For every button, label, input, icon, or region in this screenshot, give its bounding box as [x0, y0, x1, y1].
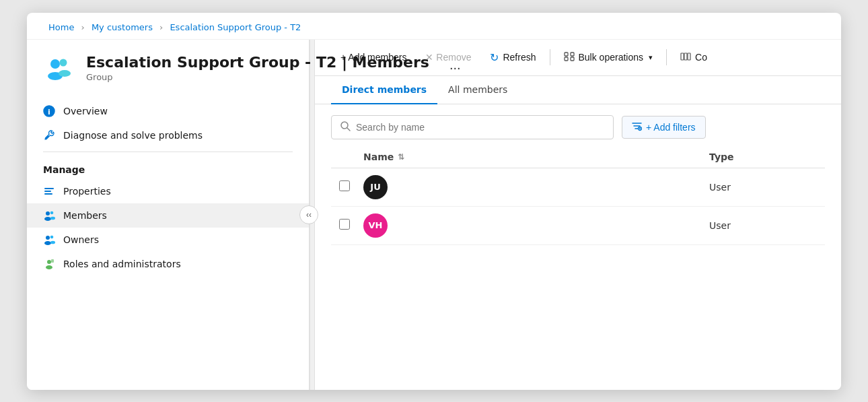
table-header: Name ⇅ Type — [331, 146, 825, 168]
page-subtitle: Group — [86, 72, 429, 82]
row-1-check[interactable] — [339, 180, 363, 193]
row-2-check[interactable] — [339, 219, 363, 232]
svg-point-9 — [46, 211, 50, 215]
row-2-type: User — [709, 220, 817, 231]
refresh-icon: ↻ — [490, 51, 499, 64]
bulk-icon — [564, 51, 575, 64]
main-window: Home › My customers › Escalation Support… — [27, 13, 841, 390]
svg-point-11 — [50, 211, 54, 214]
sidebar-item-members[interactable]: Members — [27, 203, 309, 228]
refresh-button[interactable]: ↻ Refresh — [480, 46, 545, 69]
tab-all-label: All members — [448, 84, 507, 95]
ellipsis-button[interactable]: ··· — [445, 59, 465, 77]
sidebar-item-roles-label: Roles and administrators — [63, 259, 181, 269]
row-2-checkbox[interactable] — [339, 219, 350, 230]
header-type: Type — [709, 152, 817, 162]
breadcrumb-sep1: › — [81, 22, 85, 32]
col-type-label: Type — [709, 152, 734, 162]
svg-rect-7 — [44, 191, 51, 192]
search-icon — [340, 121, 351, 134]
svg-point-12 — [50, 216, 55, 220]
bulk-operations-button[interactable]: Bulk operations ▾ — [554, 46, 663, 69]
search-row: + Add filters — [315, 104, 841, 146]
data-table: Name ⇅ Type JU User — [315, 146, 841, 390]
sidebar-item-members-label: Members — [63, 210, 107, 221]
sort-icon: ⇅ — [398, 152, 404, 162]
svg-rect-24 — [681, 53, 684, 60]
breadcrumb: Home › My customers › Escalation Support… — [27, 13, 841, 40]
svg-point-2 — [60, 59, 67, 66]
content-area: + Add members ✕ Remove ↻ Refresh — [315, 40, 841, 390]
svg-point-3 — [59, 70, 71, 77]
filter-icon — [632, 121, 642, 133]
bulk-operations-label: Bulk operations — [579, 52, 644, 63]
svg-point-0 — [50, 59, 60, 69]
svg-line-28 — [347, 128, 350, 131]
collapse-sidebar-button[interactable]: ‹‹ — [299, 205, 318, 224]
breadcrumb-my-customers[interactable]: My customers — [92, 22, 153, 32]
row-1-avatar: JU — [363, 175, 388, 199]
row-1-initials: JU — [370, 182, 380, 192]
svg-point-16 — [50, 240, 55, 244]
main-layout: Escalation Support Group - T2 | Members … — [27, 40, 841, 390]
add-filters-button[interactable]: + Add filters — [622, 116, 706, 139]
svg-rect-8 — [44, 193, 52, 195]
svg-rect-25 — [684, 53, 687, 60]
svg-point-18 — [46, 265, 52, 269]
svg-point-17 — [47, 260, 51, 264]
roles-icon — [43, 258, 55, 270]
info-icon: i — [43, 105, 55, 117]
sidebar-item-diagnose[interactable]: Diagnose and solve problems — [27, 123, 309, 147]
row-2-initials: VH — [369, 220, 383, 230]
sidebar-item-owners-label: Owners — [63, 234, 99, 245]
sidebar-item-overview[interactable]: i Overview — [27, 99, 309, 123]
svg-rect-23 — [571, 57, 574, 61]
sidebar-item-owners[interactable]: Owners — [27, 228, 309, 252]
col-name-label: Name — [363, 152, 394, 162]
row-1-type: User — [709, 182, 817, 193]
group-icon — [43, 52, 75, 84]
row-1-checkbox[interactable] — [339, 180, 350, 191]
nav-divider — [43, 152, 293, 152]
sidebar-item-overview-label: Overview — [63, 106, 108, 116]
svg-rect-20 — [565, 53, 568, 56]
page-title: Escalation Support Group - T2 | Members — [86, 54, 429, 71]
columns-button[interactable]: Co — [671, 46, 717, 69]
manage-section-label: Manage — [27, 156, 309, 179]
svg-rect-26 — [688, 53, 690, 60]
search-input[interactable] — [356, 122, 605, 133]
tab-all-members[interactable]: All members — [437, 76, 518, 104]
table-row[interactable]: JU User — [331, 168, 825, 207]
svg-rect-22 — [565, 57, 568, 61]
search-box[interactable] — [331, 115, 614, 139]
refresh-label: Refresh — [503, 52, 536, 63]
toolbar-divider-2 — [666, 49, 667, 65]
bulk-dropdown-arrow: ▾ — [649, 53, 653, 62]
sidebar-item-properties[interactable]: Properties — [27, 179, 309, 203]
svg-text:i: i — [48, 107, 50, 116]
table-row[interactable]: VH User — [331, 207, 825, 245]
svg-rect-6 — [44, 188, 54, 189]
sidebar-item-roles[interactable]: Roles and administrators — [27, 252, 309, 276]
breadcrumb-home[interactable]: Home — [48, 22, 74, 32]
sidebar-item-diagnose-label: Diagnose and solve problems — [63, 130, 203, 141]
breadcrumb-sep2: › — [159, 22, 163, 32]
bars-icon — [43, 185, 55, 197]
header-name[interactable]: Name ⇅ — [363, 152, 709, 162]
breadcrumb-group[interactable]: Escalation Support Group - T2 — [170, 22, 301, 32]
svg-point-13 — [46, 236, 50, 240]
page-header: Escalation Support Group - T2 | Members … — [27, 40, 309, 94]
sidebar: Escalation Support Group - T2 | Members … — [27, 40, 310, 390]
sidebar-item-properties-label: Properties — [63, 186, 111, 197]
members-icon — [43, 209, 55, 222]
svg-point-15 — [50, 235, 54, 238]
add-filters-label: + Add filters — [646, 122, 696, 133]
owners-icon — [43, 234, 55, 246]
svg-point-14 — [44, 241, 51, 245]
toolbar-divider-1 — [550, 49, 550, 65]
sidebar-nav: i Overview Diagnose and solve problems M… — [27, 94, 309, 281]
columns-label: Co — [695, 52, 707, 63]
tab-direct-label: Direct members — [342, 84, 427, 95]
svg-point-10 — [44, 217, 51, 221]
page-header-text: Escalation Support Group - T2 | Members … — [86, 54, 429, 82]
